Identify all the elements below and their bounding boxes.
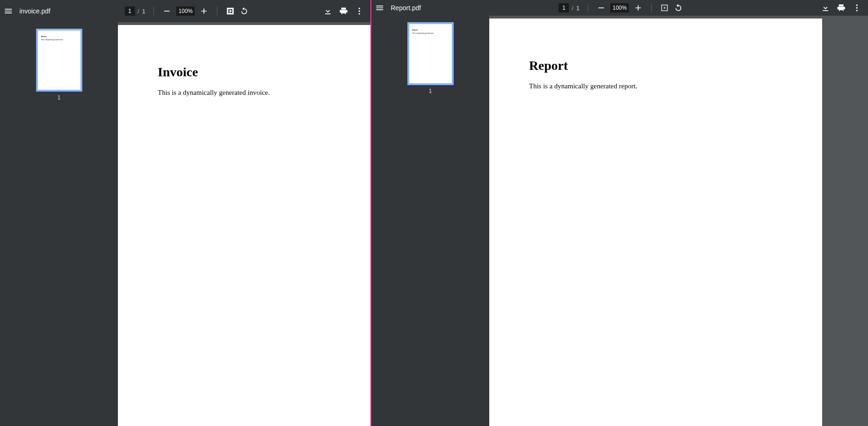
fit-page-icon[interactable] — [226, 6, 235, 16]
menu-icon[interactable] — [375, 3, 384, 12]
toolbar: Report.pdf / 1 100% — [371, 0, 868, 16]
rotate-icon[interactable] — [240, 6, 249, 16]
zoom-in-icon[interactable] — [634, 3, 643, 12]
download-icon[interactable] — [821, 3, 830, 12]
doc-body: This is a dynamically generated report. — [529, 82, 782, 90]
doc-body: This is a dynamically generated invoice. — [158, 89, 370, 97]
filename: Report.pdf — [391, 4, 421, 12]
menu-icon[interactable] — [4, 6, 13, 16]
thumbnail-number: 1 — [429, 88, 432, 94]
zoom-in-icon[interactable] — [199, 6, 209, 16]
thumb-body: This is a dynamically generated invoice. — [41, 39, 77, 41]
zoom-out-icon[interactable] — [597, 3, 606, 12]
thumbnail-sidebar: Invoice This is a dynamically generated … — [0, 22, 118, 426]
thumb-body: This is a dynamically generated report. — [412, 32, 449, 34]
svg-point-4 — [358, 13, 360, 14]
filename: invoice.pdf — [19, 7, 50, 15]
page-indicator: / 1 — [559, 3, 579, 12]
page-total: 1 — [576, 5, 579, 12]
svg-point-8 — [856, 10, 857, 11]
thumbnail-sidebar: Report This is a dynamically generated r… — [371, 16, 489, 426]
pdf-viewer-pane-left: invoice.pdf / 1 100% — [0, 0, 371, 426]
page-separator: / — [138, 8, 140, 15]
page-area[interactable]: Invoice This is a dynamically generated … — [118, 22, 370, 426]
download-icon[interactable] — [323, 6, 332, 16]
pdf-page: Report This is a dynamically generated r… — [489, 19, 822, 426]
separator — [588, 4, 588, 12]
page-separator: / — [572, 5, 573, 12]
page-area[interactable]: Report This is a dynamically generated r… — [489, 16, 868, 426]
svg-point-3 — [358, 10, 360, 12]
svg-point-2 — [358, 8, 360, 9]
page-thumbnail[interactable]: Invoice This is a dynamically generated … — [36, 29, 82, 92]
doc-title: Report — [529, 58, 782, 73]
thumbnail-number: 1 — [57, 94, 61, 101]
zoom-level[interactable]: 100% — [610, 3, 629, 12]
page-thumbnail[interactable]: Report This is a dynamically generated r… — [407, 22, 454, 85]
svg-point-6 — [856, 5, 857, 6]
zoom-out-icon[interactable] — [162, 6, 172, 16]
pdf-viewer-pane-right: Report.pdf / 1 100% — [371, 0, 868, 426]
page-indicator: / 1 — [125, 6, 146, 16]
pdf-page: Invoice This is a dynamically generated … — [118, 25, 370, 426]
more-icon[interactable] — [355, 6, 364, 16]
zoom-level[interactable]: 100% — [176, 6, 195, 16]
print-icon[interactable] — [837, 3, 846, 12]
page-number-input[interactable] — [125, 6, 135, 16]
toolbar: invoice.pdf / 1 100% — [0, 0, 370, 22]
page-total: 1 — [142, 8, 145, 15]
thumb-title: Invoice — [41, 35, 77, 37]
svg-point-7 — [856, 7, 857, 8]
rotate-icon[interactable] — [674, 3, 683, 12]
print-icon[interactable] — [339, 6, 348, 16]
separator — [154, 7, 154, 15]
thumb-title: Report — [412, 29, 449, 31]
doc-title: Invoice — [158, 65, 370, 80]
fit-page-icon[interactable] — [660, 3, 669, 12]
separator — [651, 4, 652, 12]
page-number-input[interactable] — [559, 3, 569, 12]
more-icon[interactable] — [852, 3, 862, 12]
separator — [217, 7, 217, 15]
